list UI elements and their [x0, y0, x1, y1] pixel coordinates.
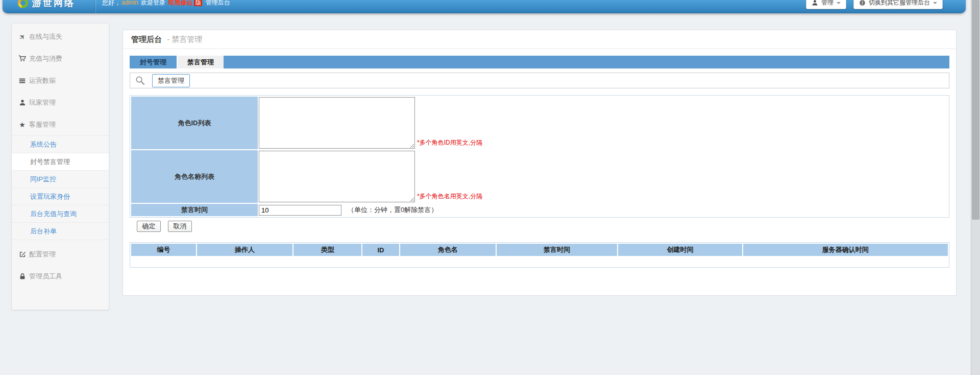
- sidebar-item-operation-data[interactable]: 运营数据: [12, 69, 109, 91]
- role-name-list-label: 角色名称列表: [131, 150, 258, 203]
- main-panel: 管理后台 - 禁言管理 封号管理 禁言管理 禁言管理 角色ID列表: [122, 30, 957, 296]
- sidebar-item-label: 玩家管理: [29, 98, 56, 107]
- search-icon: [135, 76, 145, 85]
- sidebar-item-admin-tools[interactable]: 管理员工具: [12, 265, 109, 287]
- form-row-role-id: 角色ID列表 *多个角色ID用英文,分隔: [131, 97, 948, 149]
- admin-dropdown-button[interactable]: 管理: [806, 0, 846, 9]
- greeting-prefix: 您好，: [102, 0, 120, 6]
- col-header-mute-time: 禁言时间: [497, 244, 617, 256]
- tab-ban-management[interactable]: 封号管理: [130, 56, 177, 68]
- switch-server-dropdown-button[interactable]: 切换到其它服管理后台: [853, 0, 943, 9]
- col-header-server-confirm-time: 服务器确认时间: [743, 244, 948, 256]
- breadcrumb: 管理后台 - 禁言管理: [123, 30, 956, 49]
- logo-text: 游世网络: [32, 0, 75, 9]
- list-icon: [18, 77, 27, 84]
- sidebar-item-recharge-consume[interactable]: 充值与消费: [12, 48, 109, 69]
- sidebar-item-label: 在线与流失: [29, 32, 62, 41]
- role-id-hint: *多个角色ID用英文,分隔: [417, 138, 482, 149]
- sidebar-item-online-loss[interactable]: ✈ 在线与流失: [12, 26, 109, 48]
- edit-icon: [18, 251, 27, 258]
- form-buttons: 确定 取消: [130, 221, 949, 232]
- chevron-down-icon: [933, 2, 937, 4]
- sidebar-item-player-management[interactable]: 玩家管理: [12, 91, 109, 113]
- globe-icon: [859, 0, 866, 6]
- top-bar: 游世网络 您好，admin 欢迎登录 暗黑修仙版 管理后台 管理 切换到其它服管…: [3, 0, 966, 13]
- submenu-item-ban-mute-management[interactable]: 封号禁言管理: [12, 153, 109, 170]
- switch-server-label: 切换到其它服管理后台: [869, 0, 930, 7]
- form-row-role-name: 角色名称列表 *多个角色名用英文,分隔: [131, 150, 948, 203]
- role-name-list-textarea[interactable]: [259, 151, 415, 202]
- mute-management-filter-button[interactable]: 禁言管理: [152, 74, 190, 87]
- topbar-divider: [95, 0, 96, 13]
- mute-time-hint: （单位：分钟，置0解除禁言）: [348, 205, 437, 215]
- role-id-list-label: 角色ID列表: [131, 97, 258, 149]
- admin-dropdown-label: 管理: [821, 0, 834, 7]
- logo: 游世网络: [18, 0, 75, 9]
- sidebar-item-label: 充值与消费: [29, 54, 62, 63]
- tab-mute-management[interactable]: 禁言管理: [177, 56, 224, 68]
- page-scrollbar[interactable]: [971, 0, 980, 375]
- submenu-item-backend-reissue[interactable]: 后台补单: [12, 222, 109, 240]
- sidebar: ✈ 在线与流失 充值与消费 运营数据 玩家管理 ★ 客服管理 系统公告 封号禁言…: [11, 23, 109, 310]
- mute-time-input[interactable]: [259, 205, 341, 216]
- scrollbar-thumb[interactable]: [972, 0, 979, 220]
- submenu-item-backend-recharge-query[interactable]: 后台充值与查询: [12, 205, 109, 222]
- confirm-button[interactable]: 确定: [137, 221, 161, 232]
- chevron-down-icon: [837, 2, 841, 4]
- sidebar-item-label: 配置管理: [29, 250, 56, 259]
- person-icon: [812, 0, 818, 6]
- greeting-username: admin: [121, 0, 138, 6]
- star-icon: ★: [18, 121, 27, 129]
- submenu-item-system-announcement[interactable]: 系统公告: [12, 135, 109, 153]
- sidebar-item-label: 客服管理: [29, 120, 56, 129]
- mute-time-label: 禁言时间: [131, 204, 258, 216]
- greeting-suffix: 管理后台: [206, 0, 230, 6]
- panel-body: 封号管理 禁言管理 禁言管理 角色ID列表 *多个角色ID用英文,分隔: [123, 49, 956, 268]
- sidebar-item-config-management[interactable]: 配置管理: [12, 243, 109, 265]
- col-header-type: 类型: [293, 244, 361, 256]
- col-header-operator: 操作人: [197, 244, 292, 256]
- cart-icon: [18, 55, 27, 62]
- table-header-row: 编号 操作人 类型 ID 角色名 禁言时间 创建时间 服务器确认时间: [131, 244, 948, 256]
- mute-records-table: 编号 操作人 类型 ID 角色名 禁言时间 创建时间 服务器确认时间: [130, 242, 949, 268]
- page-title: 管理后台: [131, 35, 162, 43]
- col-header-id: ID: [362, 244, 399, 256]
- table-empty-row: [131, 257, 948, 266]
- plane-icon: ✈: [16, 31, 28, 42]
- cancel-button[interactable]: 取消: [168, 221, 192, 232]
- role-id-list-textarea[interactable]: [259, 97, 415, 149]
- tab-bar: 封号管理 禁言管理: [130, 56, 949, 68]
- sidebar-item-label: 运营数据: [29, 76, 56, 85]
- greeting-version-badge: 版: [194, 0, 202, 6]
- page-subtitle: - 禁言管理: [167, 35, 202, 43]
- role-name-hint: *多个角色名用英文,分隔: [417, 192, 482, 202]
- form-row-mute-time: 禁言时间 （单位：分钟，置0解除禁言）: [131, 204, 948, 216]
- sidebar-item-customer-service[interactable]: ★ 客服管理: [12, 113, 109, 135]
- search-bar: 禁言管理: [130, 73, 949, 88]
- greeting-mid: 欢迎登录: [141, 0, 165, 6]
- lock-icon: [18, 273, 27, 280]
- col-header-create-time: 创建时间: [618, 244, 742, 256]
- greeting-game-name: 暗黑修仙: [168, 0, 192, 6]
- col-header-number: 编号: [131, 244, 196, 256]
- logo-icon: [18, 0, 28, 8]
- mute-form: 角色ID列表 *多个角色ID用英文,分隔 角色名称列表 *多个角色名用英文,分隔: [130, 95, 949, 218]
- topbar-buttons: 管理 切换到其它服管理后台: [806, 0, 943, 9]
- col-header-role-name: 角色名: [400, 244, 496, 256]
- customer-service-submenu: 系统公告 封号禁言管理 同IP监控 设置玩家身份 后台充值与查询 后台补单: [12, 135, 109, 240]
- user-icon: [18, 99, 27, 106]
- submenu-item-set-player-identity[interactable]: 设置玩家身份: [12, 188, 109, 205]
- sidebar-item-label: 管理员工具: [29, 272, 62, 281]
- submenu-item-same-ip-monitor[interactable]: 同IP监控: [12, 170, 109, 188]
- greeting-text: 您好，admin 欢迎登录 暗黑修仙版 管理后台: [102, 0, 230, 7]
